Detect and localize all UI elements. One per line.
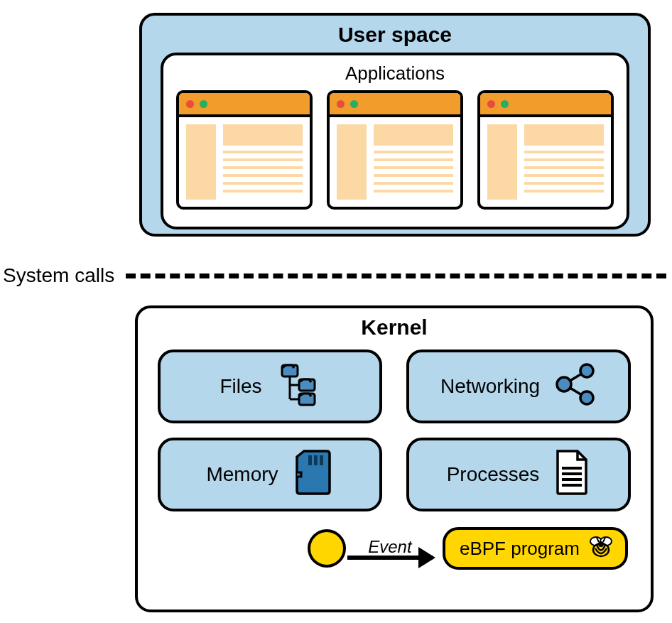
window-body (179, 117, 310, 207)
minimize-dot-icon (501, 100, 509, 108)
close-dot-icon (487, 100, 495, 108)
svg-point-5 (557, 377, 571, 391)
kernel-subsystems-grid: Files Networking (158, 350, 631, 511)
window-body (330, 117, 460, 207)
svg-rect-9 (314, 455, 318, 465)
kernel-title: Kernel (158, 315, 631, 340)
user-space-title: User space (142, 23, 648, 47)
kernel-files-box: Files (158, 350, 382, 423)
arrow-right-icon (347, 556, 433, 560)
svg-point-6 (580, 364, 593, 377)
kernel-memory-box: Memory (158, 438, 382, 511)
application-window-icon (176, 90, 313, 210)
window-sidebar-icon (487, 124, 517, 200)
system-calls-divider: System calls (0, 264, 672, 287)
system-calls-label: System calls (0, 264, 114, 287)
window-main-icon (524, 124, 604, 200)
minimize-dot-icon (350, 100, 358, 108)
window-sidebar-icon (186, 124, 216, 200)
user-space-container: User space Applications (139, 13, 651, 237)
window-titlebar (330, 93, 460, 117)
ebpf-program-box: eBPF program (443, 527, 628, 570)
window-main-icon (223, 124, 303, 200)
event-label: Event (368, 537, 411, 557)
memory-card-icon (293, 450, 334, 500)
dashed-line-icon (126, 273, 666, 278)
files-label: Files (220, 375, 261, 398)
network-share-icon (554, 363, 597, 411)
ebpf-event-row: Event eBPF program (158, 527, 631, 570)
minimize-dot-icon (200, 100, 207, 108)
kernel-container: Kernel Files (135, 305, 654, 612)
svg-point-18 (598, 541, 604, 547)
networking-label: Networking (440, 375, 540, 398)
application-window-icon (327, 90, 463, 210)
window-sidebar-icon (337, 124, 367, 200)
document-icon (553, 450, 590, 500)
event-source-icon (308, 529, 346, 568)
memory-label: Memory (206, 463, 278, 486)
bee-icon (587, 534, 615, 563)
window-titlebar (480, 93, 611, 117)
window-body (480, 117, 611, 207)
kernel-processes-box: Processes (406, 438, 631, 511)
folder-tree-icon (276, 362, 320, 411)
window-main-icon (374, 124, 453, 200)
processes-label: Processes (447, 463, 540, 486)
svg-point-7 (580, 391, 593, 404)
window-titlebar (179, 93, 310, 117)
event-arrow-group: Event (347, 537, 433, 560)
application-window-icon (477, 90, 614, 210)
applications-title: Applications (176, 63, 614, 85)
ebpf-label: eBPF program (460, 538, 580, 560)
svg-rect-8 (308, 455, 312, 465)
applications-container: Applications (161, 53, 629, 229)
kernel-networking-box: Networking (406, 350, 631, 423)
close-dot-icon (186, 100, 194, 108)
close-dot-icon (337, 100, 345, 108)
app-windows-row (176, 90, 614, 210)
svg-rect-10 (320, 455, 323, 465)
